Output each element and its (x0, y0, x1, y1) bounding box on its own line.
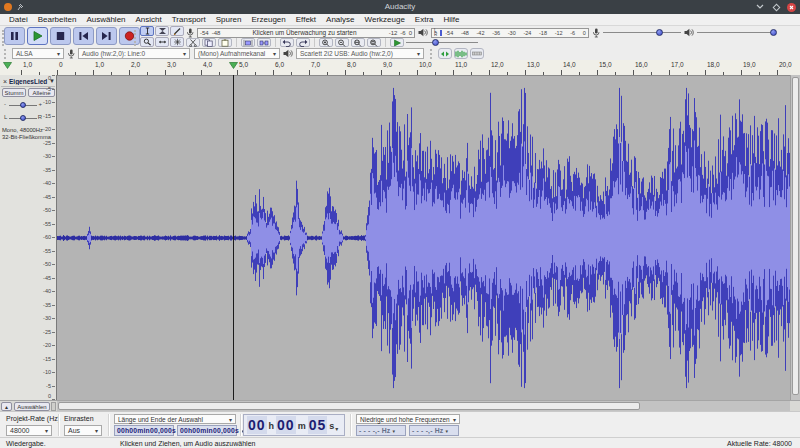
playhead-marker-icon[interactable] (229, 62, 238, 69)
zoom-selection-button[interactable] (351, 38, 365, 47)
panel-resize-handle[interactable] (51, 402, 56, 411)
close-button[interactable] (787, 3, 796, 12)
toolbar-separator (350, 414, 352, 436)
mute-button[interactable]: Stumm (2, 88, 26, 97)
timeline-ruler[interactable]: 1,001,02,03,04,05,06,07,08,09,010,011,01… (0, 60, 800, 76)
toolbar-grip[interactable] (4, 49, 10, 59)
db-tick (52, 318, 55, 319)
multi-tool-button[interactable] (170, 37, 184, 47)
play-at-speed-button[interactable] (390, 38, 404, 47)
play-button[interactable] (27, 27, 48, 45)
play-speed-slider[interactable] (406, 38, 478, 47)
trim-outside-button[interactable] (241, 38, 255, 47)
snap-select[interactable]: Aus▾ (64, 425, 102, 436)
device-toolbar: ALSA▾ Audio (hw:2,0): Line:0▾ (Mono) Auf… (0, 47, 800, 61)
zoom-fit-button[interactable] (367, 38, 381, 47)
track-waveform-area[interactable] (57, 75, 790, 400)
skip-to-start-button[interactable] (73, 27, 94, 45)
menu-erzeugen[interactable]: Erzeugen (247, 14, 291, 26)
maximize-button[interactable] (771, 2, 781, 12)
audio-position-display[interactable]: 00 h 00 m 05 s ▾ (243, 414, 345, 436)
track-close-button[interactable]: × (1, 78, 9, 85)
toolbar-grip[interactable] (430, 49, 436, 59)
status-bar: Wiedergabe. Klicken und Ziehen, um Audio… (0, 437, 800, 448)
vertical-db-ruler[interactable]: 0-5-10-15-20-25-30-35-40-45-50-55-60-55-… (40, 75, 55, 400)
db-tick (52, 75, 55, 76)
menu-transport[interactable]: Transport (167, 14, 211, 26)
play-volume-slider[interactable] (697, 28, 775, 37)
zoom-in-button[interactable] (319, 38, 333, 47)
project-rate-select[interactable]: 48000▾ (6, 425, 52, 436)
time-shift-tool-button[interactable] (155, 37, 169, 47)
pause-button[interactable] (4, 27, 25, 45)
scrub-button[interactable] (438, 48, 452, 59)
zoom-out-button[interactable] (335, 38, 349, 47)
spectral-mode-select[interactable]: Niedrige und hohe Frequenzen▾ (356, 414, 460, 424)
vertical-scrollbar[interactable] (790, 75, 800, 400)
paste-button[interactable] (218, 38, 232, 47)
position-minutes-unit: m (298, 419, 306, 434)
selection-mode-select[interactable]: Länge und Ende der Auswahl▾ (114, 414, 236, 424)
cut-button[interactable] (186, 38, 200, 47)
record-volume-knob[interactable] (656, 29, 663, 36)
silence-selection-button[interactable] (257, 38, 271, 47)
menu-datei[interactable]: Datei (4, 14, 33, 26)
envelope-tool-button[interactable] (155, 26, 169, 36)
seek-button[interactable] (454, 48, 468, 59)
gain-knob[interactable] (20, 102, 26, 108)
selection-length-field[interactable]: 00h00min00,000s▾ (114, 425, 174, 436)
spectral-high-field[interactable]: - - - -,- Hz▾ (409, 425, 459, 436)
audio-host-select[interactable]: ALSA▾ (12, 48, 64, 59)
play-volume-knob[interactable] (770, 29, 777, 36)
title-bar: Audacity (0, 0, 800, 14)
snap-value: Aus (68, 427, 80, 434)
vertical-scrollbar-thumb[interactable] (792, 77, 799, 395)
playback-device-select[interactable]: Scarlett 2i2 USB: Audio (hw:2,0)▾ (296, 48, 424, 59)
selection-end-field[interactable]: 00h00min00,000s▾ (177, 425, 237, 436)
menu-hilfe[interactable]: Hilfe (439, 14, 465, 26)
record-meter[interactable]: -54 -48 Klicken um Überwachung zu starte… (197, 28, 415, 38)
recording-channels-select[interactable]: (Mono) Aufnahmekanal▾ (194, 48, 280, 59)
recording-device-select[interactable]: Audio (hw:2,0): Line:0▾ (78, 48, 190, 59)
play-speed-knob[interactable] (432, 39, 439, 46)
scrub-ruler-toggle[interactable] (470, 48, 484, 59)
timeline-pin-icon[interactable] (3, 62, 12, 69)
menu-extra[interactable]: Extra (410, 14, 439, 26)
chevron-down-icon: ▾ (229, 416, 232, 423)
track-select-button[interactable]: Auswählen (14, 402, 50, 411)
record-volume-slider[interactable] (603, 28, 681, 37)
menu-auswhlen[interactable]: Auswählen (81, 14, 130, 26)
redo-button[interactable] (296, 38, 310, 47)
menu-bearbeiten[interactable]: Bearbeiten (33, 14, 82, 26)
db-tick (52, 251, 55, 252)
horizontal-scrollbar[interactable] (57, 401, 790, 411)
gain-slider[interactable]: - + (4, 100, 42, 110)
pan-slider[interactable]: L R (4, 113, 42, 123)
db-tick (52, 170, 55, 171)
spectral-low-field[interactable]: - - - -,- Hz▾ (356, 425, 406, 436)
stop-button[interactable] (50, 27, 71, 45)
pan-knob[interactable] (20, 115, 26, 121)
spectral-mode-value: Niedrige und hohe Frequenzen (360, 416, 450, 423)
slider-groove (697, 32, 775, 33)
play-meter[interactable]: LR -54-48-42-36-30-24-18-12-60 (431, 28, 589, 38)
undo-button[interactable] (280, 38, 294, 47)
selection-tool-button[interactable] (140, 26, 154, 36)
menu-effekt[interactable]: Effekt (291, 14, 321, 26)
zoom-tool-button[interactable] (140, 37, 154, 47)
horizontal-scrollbar-thumb[interactable] (58, 402, 640, 410)
minimize-button[interactable] (755, 2, 765, 12)
menu-ansicht[interactable]: Ansicht (131, 14, 167, 26)
skip-to-end-button[interactable] (96, 27, 117, 45)
status-hint: Klicken und Ziehen, um Audio auszuwählen (120, 440, 255, 447)
meter-tick: -24 (523, 30, 531, 36)
menu-analyse[interactable]: Analyse (321, 14, 359, 26)
waveform-canvas[interactable] (57, 76, 790, 401)
collapse-track-button[interactable]: ▲ (1, 402, 12, 411)
copy-button[interactable] (202, 38, 216, 47)
menu-spuren[interactable]: Spuren (211, 14, 247, 26)
track-control-panel: × EigenesLied ▼ Stumm Alleine - + L R Mo… (0, 75, 57, 400)
spectral-high-value: - - - -,- Hz (412, 427, 443, 434)
draw-tool-button[interactable] (170, 26, 184, 36)
menu-werkzeuge[interactable]: Werkzeuge (360, 14, 410, 26)
